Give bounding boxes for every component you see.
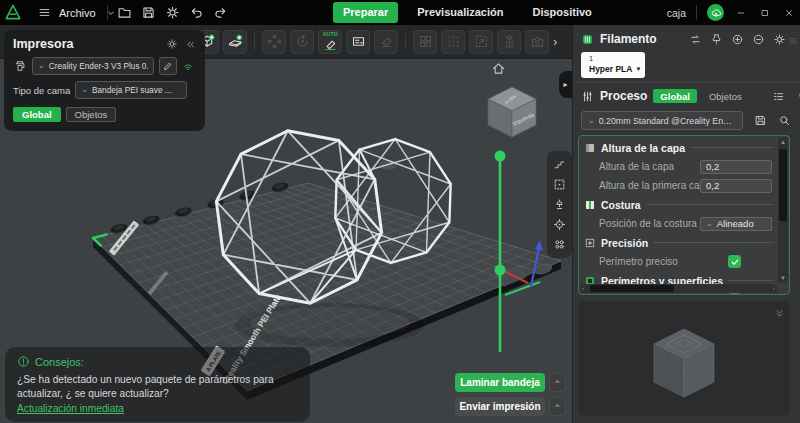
object-list-icon <box>351 34 366 49</box>
gear-icon[interactable] <box>773 33 786 46</box>
undo-icon[interactable] <box>186 3 206 23</box>
setting-row: Perímetro preciso <box>584 252 774 271</box>
setting-label: Posición de la costura <box>599 218 700 229</box>
close-button[interactable] <box>782 6 796 20</box>
pivot-icon[interactable] <box>553 218 566 231</box>
filament-card[interactable]: 1 Hyper PLA ▼ <box>581 52 645 78</box>
lamp-icon[interactable] <box>553 198 566 211</box>
flush-icon[interactable] <box>689 33 702 46</box>
vertical-scrollbar-thumb[interactable] <box>779 149 787 221</box>
pattern-icon[interactable] <box>553 238 566 251</box>
section-label: Costura <box>601 199 641 211</box>
process-preset-value: 0.20mm Standard @Creality Ender-3 V3 ... <box>599 116 736 126</box>
setting-section: Costura <box>584 195 774 214</box>
titlebar: Archivo PrepararPrevisualizaciónDisposit… <box>0 0 800 25</box>
floppy-icon[interactable] <box>138 3 158 23</box>
setting-label: Altura de la primera capa <box>599 180 700 191</box>
auto-orient-button[interactable]: AUTO <box>318 30 342 54</box>
model-preview-image <box>578 301 790 416</box>
panel-edge-menu-icon[interactable] <box>788 32 798 50</box>
redo-icon[interactable] <box>210 3 230 23</box>
object-list-button[interactable] <box>346 30 370 54</box>
creality-print-window: Archivo PrepararPrevisualizaciónDisposit… <box>0 0 800 423</box>
layer-steps-icon[interactable] <box>553 158 566 171</box>
add-plate-button[interactable] <box>223 30 247 54</box>
folder-icon[interactable] <box>114 3 134 23</box>
panel-divider <box>573 82 800 83</box>
auto-orient-icon <box>323 36 338 51</box>
minimize-button[interactable] <box>734 6 748 20</box>
toolbar-more-icon[interactable]: › <box>553 35 557 49</box>
printer-tab-objetos[interactable]: Objetos <box>66 107 117 122</box>
setting-label: Perímetro preciso <box>599 256 700 267</box>
boundary-icon[interactable] <box>553 178 566 191</box>
filament-dropdown-icon[interactable]: ▼ <box>635 66 641 72</box>
cloud-upload-button[interactable] <box>707 4 724 21</box>
setting-select-value: Alineado <box>717 218 754 229</box>
list-icon[interactable] <box>772 90 785 103</box>
horizontal-scrollbar[interactable]: ‹ › <box>580 284 777 293</box>
printer-select[interactable]: ⌄ Creality Ender-3 V3 Plus 0.4. <box>32 57 154 75</box>
vertical-scrollbar[interactable]: ▲ ▼ <box>778 137 788 283</box>
bed-type-select[interactable]: ⌄ Bandeja PEI suave ... <box>75 81 187 99</box>
filament-slot-number: 1 <box>589 54 593 63</box>
slice-plate-button[interactable]: Laminar bandeja <box>455 373 545 392</box>
printer-icon <box>13 59 27 73</box>
panel-collapse-handle[interactable]: ▸ <box>559 71 572 98</box>
maximize-button[interactable] <box>758 6 772 20</box>
tips-box: Consejos: ¿Se ha detectado un nuevo paqu… <box>5 347 310 422</box>
setting-checkbox[interactable] <box>728 255 741 268</box>
setting-checkbox[interactable] <box>728 293 741 295</box>
model-preview-panel <box>578 301 790 416</box>
printer-panel: Impresora ⌄ Creality Ender-3 V3 Plus 0.4… <box>4 30 205 131</box>
bulb-icon[interactable] <box>796 90 800 103</box>
home-view-button[interactable] <box>491 61 506 80</box>
slice-options-button[interactable]: ^ <box>549 373 566 392</box>
remove-circle-icon[interactable] <box>752 33 765 46</box>
process-preset-select[interactable]: ⌄ 0.20mm Standard @Creality Ender-3 V3 .… <box>581 111 743 130</box>
bed-type-label: Tipo de cama <box>13 85 70 96</box>
sec-precision-icon <box>584 237 596 249</box>
setting-input[interactable]: 0,2 <box>700 160 772 174</box>
tab-previsualizacion[interactable]: Previsualización <box>407 2 513 23</box>
support-icon <box>502 34 517 49</box>
panel-collapse-icon[interactable] <box>185 39 196 50</box>
printer-settings-gear-icon[interactable] <box>166 38 178 50</box>
user-name[interactable]: caja <box>667 7 686 19</box>
scale-icon <box>474 34 489 49</box>
slider-handle[interactable] <box>495 265 506 276</box>
send-print-button[interactable]: Enviar impresión <box>455 397 545 416</box>
floppy-icon[interactable] <box>754 114 767 127</box>
add-circle-icon[interactable] <box>731 33 744 46</box>
nozzle-icon[interactable] <box>710 33 723 46</box>
archivo-menu-label: Archivo <box>59 7 96 19</box>
filament-material: Hyper PLA <box>589 64 632 74</box>
bed-type-value: Bandeja PEI suave ... <box>92 85 172 95</box>
horizontal-scrollbar-thumb[interactable] <box>590 285 674 292</box>
send-options-button[interactable]: ^ <box>549 397 566 416</box>
printer-panel-title: Impresora <box>13 37 159 51</box>
gear-icon[interactable] <box>162 3 182 23</box>
toolbar-divider <box>254 33 255 50</box>
view-cube[interactable]: IzquierdaArriba <box>488 87 536 137</box>
setting-row: Posición de la costura⌄Alineado <box>584 214 774 233</box>
process-title: Proceso <box>600 89 647 103</box>
preview-collapse-icon[interactable] <box>774 305 785 323</box>
hamburger-icon <box>34 3 54 23</box>
eraser-icon <box>379 34 394 49</box>
setting-row: Altura de la capa0,2 <box>584 157 774 176</box>
tab-preparar[interactable]: Preparar <box>333 2 398 23</box>
creality-logo <box>3 2 23 22</box>
process-tab-objetos[interactable]: Objetos <box>702 89 749 103</box>
setting-input[interactable]: 0,2 <box>700 179 772 193</box>
slider-top-handle[interactable] <box>495 151 506 162</box>
printer-tab-global[interactable]: Global <box>13 107 61 122</box>
search-icon[interactable] <box>778 114 791 127</box>
edit-printer-button[interactable] <box>159 57 177 75</box>
move-icon <box>267 34 282 49</box>
setting-select[interactable]: ⌄Alineado <box>700 217 772 231</box>
tab-dispositivo[interactable]: Dispositivo <box>522 2 601 23</box>
process-tab-global[interactable]: Global <box>653 89 697 103</box>
3d-viewport[interactable]: A PLATECreality Smooth PEI PlateIzquierd… <box>0 25 572 423</box>
update-now-link[interactable]: Actualización inmediata <box>17 403 298 414</box>
